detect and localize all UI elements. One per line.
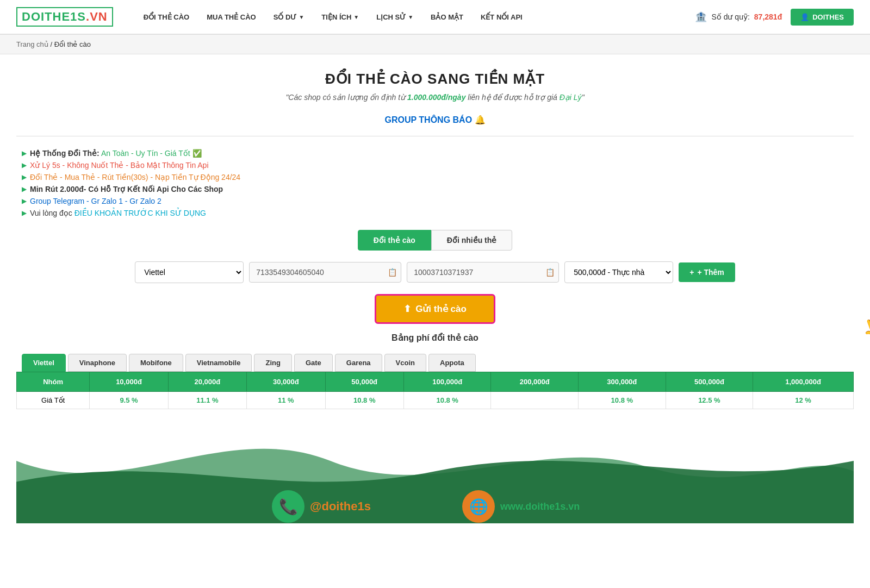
logo[interactable]: DOITHE1S.VN [16, 7, 113, 27]
page-title: ĐỔI THẺ CÀO SANG TIỀN MẶT [16, 71, 854, 87]
form-section: Đổi thẻ cào Đổi nhiều thẻ Viettel Vinaph… [16, 230, 854, 343]
arrow-icon: ▶ [22, 209, 27, 217]
cell-rate-1m: 12 % [753, 392, 854, 409]
table-tab-gate[interactable]: Gate [294, 354, 333, 372]
info-list: ▶ Hệ Thống Đổi Thẻ: An Toàn - Uy Tín - G… [16, 147, 854, 219]
header: DOITHE1S.VN ĐỔI THẺ CÀO MUA THẺ CÀO SỐ D… [0, 0, 870, 35]
upload-icon: ⬆ [403, 303, 411, 315]
nav-doi-the-cao[interactable]: ĐỔI THẺ CÀO [135, 0, 198, 34]
col-header-100k: 100,000đ [403, 372, 491, 392]
table-tab-viettel[interactable]: Viettel [22, 354, 66, 372]
user-icon: 👤 [800, 13, 809, 21]
nav-tien-ich[interactable]: TIỆN ÍCH ▼ [313, 0, 368, 34]
col-header-500k: 500,000đ [666, 372, 753, 392]
input-row: Viettel Vinaphone Mobifone Vietnamobile … [16, 261, 854, 283]
balance-box: 🏦 Số dư quỹ: 87,281đ [695, 11, 782, 23]
arrow-icon: ▶ [22, 173, 27, 181]
nav-mua-the-cao[interactable]: MUA THẺ CÀO [198, 0, 265, 34]
col-header-300k: 300,000đ [579, 372, 666, 392]
pin-input[interactable] [407, 262, 559, 283]
submit-button[interactable]: ⬆ Gửi thẻ cào [375, 294, 495, 324]
col-header-nhom: Nhóm [17, 372, 90, 392]
header-right: 🏦 Số dư quỹ: 87,281đ 👤 DOITHES [695, 9, 854, 26]
cell-rate-200k [491, 392, 579, 409]
cell-rate-30k: 11 % [247, 392, 325, 409]
table-tab-garena[interactable]: Garena [335, 354, 382, 372]
page-subtitle: "Các shop có sản lượng ổn định từ 1.000.… [16, 93, 854, 102]
form-tab-group: Đổi thẻ cào Đổi nhiều thẻ [358, 230, 513, 251]
group-notice: GROUP THÔNG BÁO 🔔 [16, 115, 854, 125]
breadcrumb-current: Đổi thẻ cào [54, 40, 91, 48]
fee-table-title: Bảng phí đổi thẻ cào [16, 333, 854, 343]
denomination-select[interactable]: 10,000đ 20,000đ 30,000đ 50,000đ 100,000đ… [564, 261, 673, 283]
arrow-icon: ▶ [22, 161, 27, 169]
col-header-50k: 50,000đ [325, 372, 403, 392]
list-item: ▶ Xử Lý 5s - Không Nuốt Thẻ - Bảo Mật Th… [22, 159, 854, 171]
serial-input[interactable] [249, 262, 401, 283]
col-header-10k: 10,000đ [90, 372, 168, 392]
main-nav: ĐỔI THẺ CÀO MUA THẺ CÀO SỐ DƯ ▼ TIỆN ÍCH… [135, 0, 695, 34]
serial-field-wrapper: 📋 [249, 262, 401, 283]
plus-icon: + [689, 268, 694, 277]
tab-doi-the-cao[interactable]: Đổi thẻ cào [358, 230, 431, 251]
table-tab-appota[interactable]: Appota [428, 354, 476, 372]
list-item: ▶ Min Rút 2.000đ- Có Hỗ Trợ Kết Nối Api … [22, 183, 854, 195]
table-tab-vcoin[interactable]: Vcoin [384, 354, 426, 372]
so-du-arrow: ▼ [299, 14, 304, 20]
col-header-30k: 30,000đ [247, 372, 325, 392]
arrow-icon: ▶ [22, 197, 27, 205]
col-header-200k: 200,000đ [491, 372, 579, 392]
lich-su-arrow: ▼ [408, 14, 413, 20]
cell-rate-100k: 10.8 % [403, 392, 491, 409]
list-item: ▶ Vui lòng đọc ĐIỀU KHOẢN TRƯỚC KHI SỬ D… [22, 207, 854, 219]
cell-rate-10k: 9.5 % [90, 392, 168, 409]
breadcrumb: Trang chủ / Đổi thẻ cào [0, 35, 870, 54]
list-item: ▶ Hệ Thống Đổi Thẻ: An Toàn - Uy Tín - G… [22, 147, 854, 159]
divider [16, 136, 854, 136]
col-header-1m: 1,000,000đ [753, 372, 854, 392]
cell-rate-20k: 11.1 % [168, 392, 246, 409]
nav-lich-su[interactable]: LỊCH SỬ ▼ [368, 0, 422, 34]
table-tab-vinaphone[interactable]: Vinaphone [68, 354, 127, 372]
cell-rate-300k: 10.8 % [579, 392, 666, 409]
main-content: ĐỔI THẺ CÀO SANG TIỀN MẶT "Các shop có s… [0, 54, 870, 523]
user-button[interactable]: 👤 DOITHES [791, 9, 854, 26]
list-item: ▶ Đổi Thẻ - Mua Thẻ - Rút Tiền(30s) - Nạ… [22, 171, 854, 183]
nav-bao-mat[interactable]: BẢO MẬT [422, 0, 472, 34]
submit-section: ⬆ Gửi thẻ cào 👆 [16, 294, 854, 324]
nav-ket-noi-api[interactable]: KẾT NỐI API [472, 0, 531, 34]
col-header-20k: 20,000đ [168, 372, 246, 392]
network-select[interactable]: Viettel Vinaphone Mobifone Vietnamobile … [135, 261, 244, 283]
table-tab-vietnamobile[interactable]: Vietnamobile [185, 354, 252, 372]
copy-pin-icon[interactable]: 📋 [545, 268, 555, 277]
cell-rate-500k: 12.5 % [666, 392, 753, 409]
fee-table-wrapper: Nhóm 10,000đ 20,000đ 30,000đ 50,000đ 100… [16, 372, 854, 409]
cell-group: Giá Tốt [17, 392, 90, 409]
fee-table: Nhóm 10,000đ 20,000đ 30,000đ 50,000đ 100… [16, 372, 854, 409]
wave-footer [16, 415, 854, 523]
group-notice-link[interactable]: GROUP THÔNG BÁO 🔔 [384, 115, 485, 124]
table-tabs: Viettel Vinaphone Mobifone Vietnamobile … [16, 354, 854, 372]
list-item: ▶ Group Telegram - Gr Zalo 1 - Gr Zalo 2 [22, 195, 854, 207]
table-tab-mobifone[interactable]: Mobifone [129, 354, 183, 372]
table-row: Giá Tốt 9.5 % 11.1 % 11 % 10.8 % 10.8 % … [17, 392, 854, 409]
copy-serial-icon[interactable]: 📋 [388, 268, 397, 277]
arrow-icon: ▶ [22, 149, 27, 157]
cursor-icon: 👆 [859, 314, 870, 344]
breadcrumb-home[interactable]: Trang chủ [16, 40, 48, 48]
tab-doi-nhieu-the[interactable]: Đổi nhiều thẻ [431, 230, 513, 251]
wallet-icon: 🏦 [695, 11, 707, 23]
breadcrumb-separator: / [50, 40, 54, 48]
nav-so-du[interactable]: SỐ DƯ ▼ [265, 0, 313, 34]
arrow-icon: ▶ [22, 185, 27, 193]
pin-field-wrapper: 📋 [407, 262, 559, 283]
cell-rate-50k: 10.8 % [325, 392, 403, 409]
table-tab-zing[interactable]: Zing [254, 354, 291, 372]
add-button[interactable]: + + Thêm [679, 262, 735, 282]
tien-ich-arrow: ▼ [353, 14, 359, 20]
